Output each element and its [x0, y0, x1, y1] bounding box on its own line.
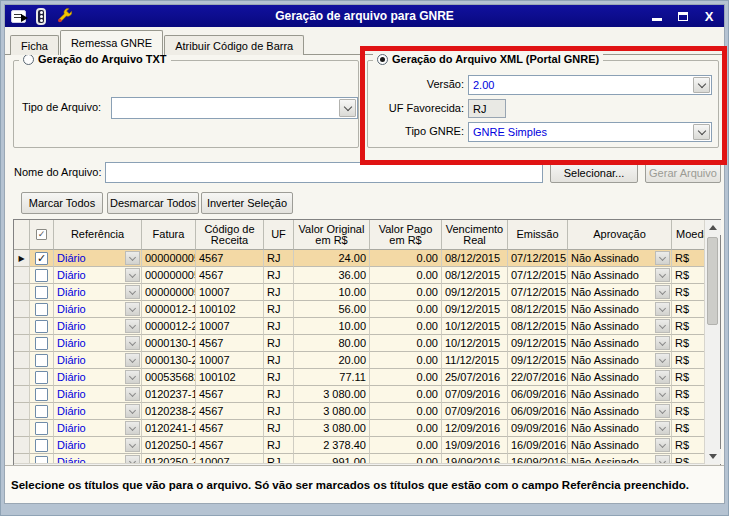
cell-checkbox[interactable] [30, 386, 54, 403]
chevron-down-icon[interactable] [655, 336, 670, 350]
table-row[interactable]: Diário00000000510007RJ10.000.0009/12/201… [14, 284, 704, 301]
aprovacao-combobox[interactable]: Não Assinado [568, 318, 672, 335]
cell-codigo-receita[interactable]: 4567 [196, 386, 264, 403]
chevron-down-icon[interactable] [125, 370, 140, 384]
cell-fatura[interactable]: 0000130-2 [142, 352, 196, 369]
row-indicator[interactable] [14, 301, 30, 318]
chevron-down-icon[interactable] [655, 251, 670, 265]
cell-fatura[interactable]: 0120238-2 [142, 403, 196, 420]
cell-moeda[interactable]: R$ [672, 250, 704, 267]
tipo-gnre-combobox[interactable]: GNRE Simples [468, 122, 712, 142]
cell-moeda[interactable]: R$ [672, 267, 704, 284]
cell-valor-pago[interactable]: 0.00 [370, 386, 442, 403]
cell-emissao[interactable]: 08/12/2015 [508, 318, 568, 335]
cell-moeda[interactable]: R$ [672, 318, 704, 335]
col-header-select-all[interactable]: ✓ [30, 220, 54, 250]
chevron-down-icon[interactable] [655, 421, 670, 435]
col-header-moeda[interactable]: Moeda [672, 220, 704, 250]
versao-combobox[interactable]: 2.00 [468, 75, 712, 95]
row-indicator[interactable] [14, 386, 30, 403]
cell-uf[interactable]: RJ [264, 301, 294, 318]
cell-moeda[interactable]: R$ [672, 386, 704, 403]
row-indicator[interactable] [14, 403, 30, 420]
cell-emissao[interactable]: 16/09/2016 [508, 437, 568, 454]
cell-checkbox[interactable] [30, 318, 54, 335]
cell-valor-pago[interactable]: 0.00 [370, 352, 442, 369]
col-header-valor-original[interactable]: Valor Original em R$ [294, 220, 370, 250]
cell-valor-original[interactable]: 77.11 [294, 369, 370, 386]
gerar-arquivo-button[interactable]: Gerar Arquivo [645, 162, 721, 183]
chevron-down-icon[interactable] [655, 302, 670, 316]
cell-fatura[interactable]: 0000012-1 [142, 301, 196, 318]
cell-emissao[interactable]: 22/07/2016 [508, 369, 568, 386]
cell-valor-pago[interactable]: 0.00 [370, 369, 442, 386]
chevron-down-icon[interactable] [693, 77, 710, 93]
cell-fatura[interactable]: 0120250-1 [142, 437, 196, 454]
cell-valor-pago[interactable]: 0.00 [370, 301, 442, 318]
row-indicator[interactable] [14, 335, 30, 352]
cell-valor-pago[interactable]: 0.00 [370, 403, 442, 420]
referencia-combobox[interactable]: Diário [54, 352, 142, 369]
table-row[interactable]: Diário0120238-24567RJ3 080.000.0007/09/2… [14, 403, 704, 420]
cell-valor-original[interactable]: 80.00 [294, 335, 370, 352]
cell-vencimento-real[interactable]: 07/09/2016 [442, 403, 508, 420]
cell-uf[interactable]: RJ [264, 403, 294, 420]
chevron-down-icon[interactable] [125, 319, 140, 333]
cell-codigo-receita[interactable]: 4567 [196, 250, 264, 267]
row-select-checkbox[interactable] [35, 439, 48, 452]
cell-emissao[interactable]: 07/12/2015 [508, 250, 568, 267]
cell-vencimento-real[interactable]: 10/12/2015 [442, 318, 508, 335]
cell-uf[interactable]: RJ [264, 250, 294, 267]
referencia-combobox[interactable]: Diário [54, 335, 142, 352]
referencia-combobox[interactable]: Diário [54, 420, 142, 437]
wrench-icon[interactable] [56, 8, 73, 25]
cell-valor-original[interactable]: 24.00 [294, 250, 370, 267]
cell-vencimento-real[interactable]: 08/12/2015 [442, 267, 508, 284]
cell-checkbox[interactable] [30, 352, 54, 369]
tab-atribuir-c-digo-de-barra[interactable]: Atribuir Código de Barra [164, 35, 304, 55]
chevron-down-icon[interactable] [339, 99, 356, 117]
tab-remessa-gnre[interactable]: Remessa GNRE [60, 30, 163, 55]
row-select-checkbox[interactable] [35, 286, 48, 299]
row-select-checkbox[interactable] [35, 320, 48, 333]
row-select-checkbox[interactable] [35, 422, 48, 435]
chevron-down-icon[interactable] [655, 370, 670, 384]
chevron-down-icon[interactable] [125, 285, 140, 299]
cell-valor-original[interactable]: 10.00 [294, 284, 370, 301]
row-indicator[interactable] [14, 267, 30, 284]
col-header-referencia[interactable]: Referência [54, 220, 142, 250]
col-header-fatura[interactable]: Fatura [142, 220, 196, 250]
selecionar-button[interactable]: Selecionar... [550, 162, 638, 183]
cell-checkbox[interactable] [30, 267, 54, 284]
cell-uf[interactable]: RJ [264, 335, 294, 352]
cell-checkbox[interactable]: ✓ [30, 250, 54, 267]
row-indicator[interactable] [14, 369, 30, 386]
row-indicator[interactable] [14, 352, 30, 369]
aprovacao-combobox[interactable]: Não Assinado [568, 420, 672, 437]
col-header-codigo-receita[interactable]: Código de Receita [196, 220, 264, 250]
referencia-combobox[interactable]: Diário [54, 267, 142, 284]
row-select-checkbox[interactable] [35, 269, 48, 282]
row-select-checkbox[interactable]: ✓ [35, 252, 48, 265]
chevron-down-icon[interactable] [125, 387, 140, 401]
cell-emissao[interactable]: 06/09/2016 [508, 386, 568, 403]
traffic-light-icon[interactable] [36, 8, 46, 25]
aprovacao-combobox[interactable]: Não Assinado [568, 335, 672, 352]
chevron-down-icon[interactable] [655, 404, 670, 418]
aprovacao-combobox[interactable]: Não Assinado [568, 403, 672, 420]
table-row[interactable]: Diário0000012-1100102RJ56.000.0009/12/20… [14, 301, 704, 318]
select-all-checkbox[interactable]: ✓ [36, 229, 47, 240]
col-header-row-indicator[interactable] [14, 220, 30, 250]
row-select-checkbox[interactable] [35, 371, 48, 384]
cell-codigo-receita[interactable]: 4567 [196, 420, 264, 437]
table-row[interactable]: Diário0000000054567RJ36.000.0008/12/2015… [14, 267, 704, 284]
cell-fatura[interactable]: 000000005 [142, 250, 196, 267]
cell-uf[interactable]: RJ [264, 369, 294, 386]
uf-favorecida-field[interactable]: RJ [468, 99, 506, 118]
cell-vencimento-real[interactable]: 09/12/2015 [442, 284, 508, 301]
aprovacao-combobox[interactable]: Não Assinado [568, 386, 672, 403]
cell-fatura[interactable]: 0000012-2 [142, 318, 196, 335]
cell-valor-original[interactable]: 20.00 [294, 352, 370, 369]
cell-valor-original[interactable]: 3 080.00 [294, 386, 370, 403]
cell-fatura[interactable]: 000000005 [142, 284, 196, 301]
